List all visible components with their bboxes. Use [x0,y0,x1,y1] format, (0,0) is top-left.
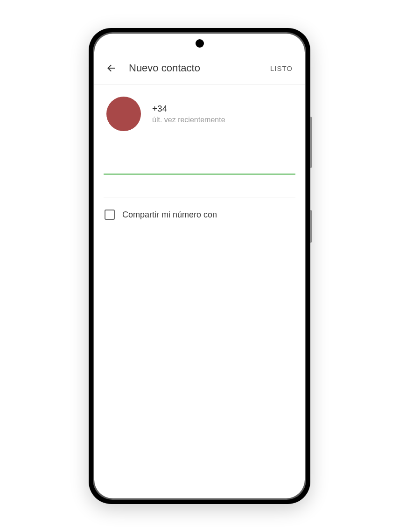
phone-screen: Nuevo contacto LISTO +34 últ. vez recien… [94,34,305,498]
contact-phone: +34 [152,104,225,114]
contact-header: +34 últ. vez recientemente [94,84,305,143]
page-title: Nuevo contacto [129,62,263,74]
header: Nuevo contacto LISTO [94,52,305,84]
phone-frame: Nuevo contacto LISTO +34 últ. vez recien… [89,28,310,504]
phone-side-button [310,210,312,243]
back-button[interactable] [103,60,119,77]
share-number-row[interactable]: Compartir mi número con [94,197,305,232]
done-button[interactable]: LISTO [266,61,296,76]
phone-side-button [310,117,312,168]
avatar[interactable] [106,97,141,131]
contact-info: +34 últ. vez recientemente [152,104,225,124]
share-label: Compartir mi número con [122,210,217,220]
contact-status: últ. vez recientemente [152,116,225,124]
name-input[interactable] [104,156,295,175]
name-input-area [94,143,305,175]
arrow-left-icon [105,63,117,74]
phone-frame-inner: Nuevo contacto LISTO +34 últ. vez recien… [93,32,306,500]
share-checkbox[interactable] [105,210,115,220]
camera-notch [196,39,204,48]
